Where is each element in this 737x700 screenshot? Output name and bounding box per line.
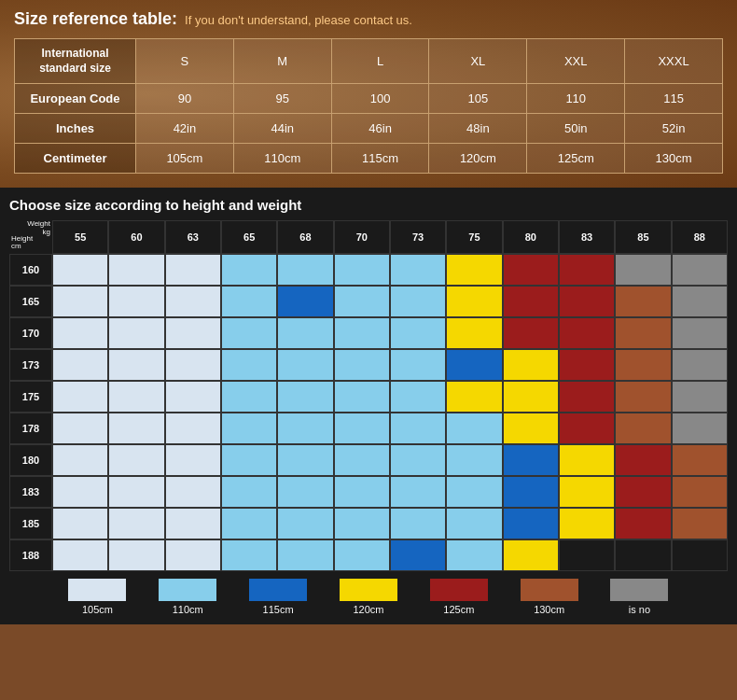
- grid-cell-6-3: [221, 444, 277, 476]
- grid-cell-8-8: [503, 508, 559, 539]
- grid-cell-0-3: [221, 254, 277, 286]
- grid-cell-3-9: [559, 349, 615, 381]
- grid-cell-4-10: [615, 381, 671, 413]
- row-label-175: 175: [9, 381, 52, 413]
- grid-cell-6-6: [390, 444, 446, 476]
- legend-label-3: 120cm: [353, 604, 383, 615]
- grid-cell-9-11: [672, 539, 728, 571]
- grid-cell-5-5: [334, 413, 390, 444]
- legend-label-2: 115cm: [263, 604, 294, 615]
- grid-cell-0-10: [615, 254, 671, 286]
- grid-cell-3-7: [446, 349, 502, 381]
- grid-cell-9-4: [277, 539, 333, 571]
- size-cell-3-2: 115cm: [331, 144, 429, 174]
- size-cell-1-0: 90: [136, 84, 234, 114]
- grid-cell-0-4: [277, 254, 333, 286]
- col-header-83: 83: [559, 220, 615, 254]
- grid-cell-6-11: [672, 444, 728, 476]
- grid-cell-2-2: [165, 317, 221, 349]
- grid-cell-6-2: [165, 444, 221, 476]
- legend-label-5: 130cm: [534, 604, 564, 615]
- size-cell-1-5: 115: [625, 84, 723, 114]
- legend-item-5: 130cm: [521, 579, 578, 615]
- grid-cell-2-10: [615, 317, 671, 349]
- grid-cell-9-3: [221, 539, 277, 571]
- grid-cell-9-2: [165, 539, 221, 571]
- table-title: Size reference table:: [14, 9, 177, 29]
- title-row: Size reference table: If you don't under…: [14, 9, 723, 29]
- grid-cell-4-8: [503, 381, 559, 413]
- size-row-header-1: European Code: [15, 84, 136, 114]
- grid-cell-8-10: [615, 508, 671, 539]
- grid-cell-1-3: [221, 286, 277, 317]
- row-label-183: 183: [9, 476, 52, 508]
- grid-cell-9-9: [559, 539, 615, 571]
- grid-row-6: [52, 444, 728, 476]
- grid-cell-3-2: [165, 349, 221, 381]
- grid-cell-5-7: [446, 413, 502, 444]
- grid-row-5: [52, 413, 728, 444]
- row-label-160: 160: [9, 254, 52, 286]
- grid-cell-4-9: [559, 381, 615, 413]
- size-cell-2-1: 44in: [233, 114, 331, 144]
- size-cell-3-1: 110cm: [233, 144, 331, 174]
- col-header-68: 68: [277, 220, 333, 254]
- grid-cell-0-11: [672, 254, 728, 286]
- grid-cell-8-11: [672, 508, 728, 539]
- grid-cell-4-0: [52, 381, 108, 413]
- grid-cell-5-8: [503, 413, 559, 444]
- size-row-header-3: Centimeter: [15, 144, 136, 174]
- grid-cell-7-8: [503, 476, 559, 508]
- legend-color-0: [68, 579, 126, 601]
- grid-cell-1-2: [165, 286, 221, 317]
- legend-row: 105cm110cm115cm120cm125cm130cmis no: [9, 579, 728, 615]
- grid-cell-5-2: [165, 413, 221, 444]
- grid-cell-0-7: [446, 254, 502, 286]
- legend-label-4: 125cm: [443, 604, 474, 615]
- grid-cell-2-11: [672, 317, 728, 349]
- size-row-header-0: International standard size: [15, 39, 136, 84]
- cm-text: cm: [11, 242, 21, 250]
- grid-cell-8-4: [277, 508, 333, 539]
- grid-cell-1-7: [446, 286, 502, 317]
- grid-cell-6-9: [559, 444, 615, 476]
- grid-cell-0-5: [334, 254, 390, 286]
- col-header-85: 85: [615, 220, 671, 254]
- grid-row-1: [52, 286, 728, 317]
- corner-label: Weight kg Height cm: [9, 218, 52, 252]
- size-cell-2-3: 48in: [429, 114, 527, 144]
- kg-text: kg: [43, 228, 50, 236]
- grid-cell-7-1: [108, 476, 164, 508]
- grid-cell-9-7: [446, 539, 502, 571]
- size-cell-2-5: 52in: [625, 114, 723, 144]
- grid-cell-8-9: [559, 508, 615, 539]
- grid-cell-4-7: [446, 381, 502, 413]
- size-cell-3-4: 125cm: [527, 144, 625, 174]
- grid-cell-0-8: [503, 254, 559, 286]
- grid-row-8: [52, 508, 728, 539]
- grid-cell-3-1: [108, 349, 164, 381]
- grid-row-7: [52, 476, 728, 508]
- row-label-170: 170: [9, 317, 52, 349]
- grid-cell-7-9: [559, 476, 615, 508]
- size-cell-0-2: L: [331, 39, 429, 84]
- grid-cell-6-4: [277, 444, 333, 476]
- bottom-section: Choose size according to height and weig…: [0, 188, 737, 624]
- legend-color-6: [610, 579, 668, 601]
- legend-color-5: [521, 579, 578, 601]
- grid-cell-2-4: [277, 317, 333, 349]
- grid-cell-2-0: [52, 317, 108, 349]
- grid-cell-8-2: [165, 508, 221, 539]
- legend-color-3: [340, 579, 397, 601]
- size-grid: Weight kg Height cm 16016517017317517818…: [9, 220, 728, 571]
- size-cell-1-1: 95: [233, 84, 331, 114]
- grid-cell-6-8: [503, 444, 559, 476]
- col-headers: 556063656870737580838588: [52, 220, 728, 254]
- legend-color-4: [430, 579, 488, 601]
- grid-cell-8-3: [221, 508, 277, 539]
- legend-item-6: is no: [610, 579, 668, 615]
- grid-cell-3-6: [390, 349, 446, 381]
- grid-cell-6-7: [446, 444, 502, 476]
- legend-label-1: 110cm: [173, 604, 203, 615]
- grid-cell-2-7: [446, 317, 502, 349]
